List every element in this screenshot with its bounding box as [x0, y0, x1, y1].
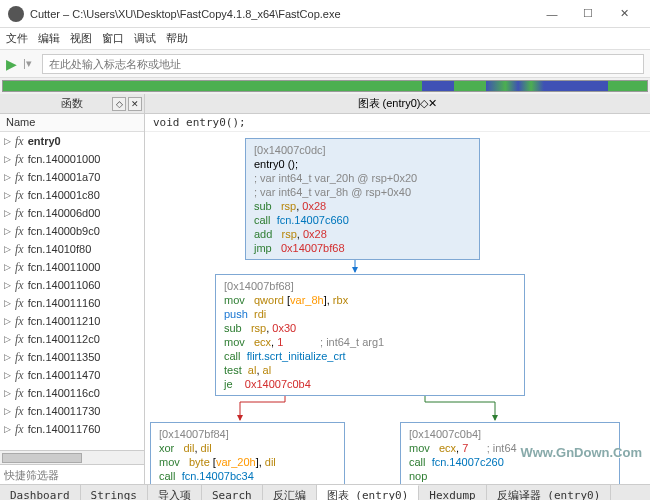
- function-item[interactable]: ▷fxfcn.140011730: [0, 402, 144, 420]
- functions-panel: 函数 ◇✕ Name ▷fxentry0▷fxfcn.140001000▷fxf…: [0, 94, 145, 484]
- play-icon[interactable]: ▶: [6, 56, 17, 72]
- function-item[interactable]: ▷fxfcn.1400112c0: [0, 330, 144, 348]
- function-item[interactable]: ▷fxfcn.1400116c0: [0, 384, 144, 402]
- function-item[interactable]: ▷fxfcn.140011350: [0, 348, 144, 366]
- menu-item[interactable]: 编辑: [38, 31, 60, 46]
- menu-bar: 文件编辑视图窗口调试帮助: [0, 28, 650, 50]
- tab[interactable]: Dashboard: [0, 485, 81, 500]
- tab[interactable]: 反汇编: [263, 485, 317, 500]
- name-column-header[interactable]: Name: [0, 114, 144, 132]
- function-item[interactable]: ▷fxfcn.140011060: [0, 276, 144, 294]
- function-item[interactable]: ▷fxfcn.140001a70: [0, 168, 144, 186]
- menu-item[interactable]: 视图: [70, 31, 92, 46]
- app-icon: [8, 6, 24, 22]
- scrollbar-horizontal[interactable]: [0, 450, 144, 464]
- functions-header: 函数 ◇✕: [0, 94, 144, 114]
- minimize-button[interactable]: —: [534, 0, 570, 28]
- watermark: Www.GnDown.Com: [520, 445, 642, 460]
- tab[interactable]: 图表 (entry0): [317, 485, 420, 501]
- menu-item[interactable]: 文件: [6, 31, 28, 46]
- graph-panel: 图表 (entry0) ◇✕ void entry0(); [0x14007c0…: [145, 94, 650, 484]
- function-item[interactable]: ▷fxfcn.140011760: [0, 420, 144, 438]
- function-item[interactable]: ▷fxfcn.140011160: [0, 294, 144, 312]
- graph-node[interactable]: [0x14007c0dc]entry0 ();; var int64_t var…: [245, 138, 480, 260]
- filter-input[interactable]: [0, 465, 144, 484]
- undock-icon[interactable]: ◇: [112, 97, 126, 111]
- window-title: Cutter – C:\Users\XU\Desktop\FastCopy4.1…: [30, 8, 534, 20]
- function-item[interactable]: ▷fxfcn.140011210: [0, 312, 144, 330]
- menu-item[interactable]: 帮助: [166, 31, 188, 46]
- function-item[interactable]: ▷fxfcn.14000b9c0: [0, 222, 144, 240]
- function-item[interactable]: ▷fxfcn.140011000: [0, 258, 144, 276]
- function-item[interactable]: ▷fxentry0: [0, 132, 144, 150]
- function-signature: void entry0();: [145, 114, 650, 132]
- tab[interactable]: 导入项: [148, 485, 202, 500]
- tab[interactable]: Hexdump: [419, 485, 486, 500]
- title-bar: Cutter – C:\Users\XU\Desktop\FastCopy4.1…: [0, 0, 650, 28]
- menu-item[interactable]: 窗口: [102, 31, 124, 46]
- section-bar[interactable]: [2, 80, 648, 92]
- function-item[interactable]: ▷fxfcn.140001c80: [0, 186, 144, 204]
- tab[interactable]: 反编译器 (entry0): [487, 485, 612, 500]
- function-item[interactable]: ▷fxfcn.14010f80: [0, 240, 144, 258]
- function-item[interactable]: ▷fxfcn.140011470: [0, 366, 144, 384]
- close-panel-icon[interactable]: ✕: [128, 97, 142, 111]
- graph-node[interactable]: [0x14007bf68]mov qword [var_8h], rbxpush…: [215, 274, 525, 396]
- function-item[interactable]: ▷fxfcn.140001000: [0, 150, 144, 168]
- search-input[interactable]: [42, 54, 644, 74]
- function-item[interactable]: ▷fxfcn.140006d00: [0, 204, 144, 222]
- tab[interactable]: Search: [202, 485, 263, 500]
- menu-item[interactable]: 调试: [134, 31, 156, 46]
- graph-node[interactable]: [0x14007bf84]xor dil, dilmov byte [var_2…: [150, 422, 345, 484]
- graph-header: 图表 (entry0) ◇✕: [145, 94, 650, 114]
- separator: |▾: [23, 57, 32, 70]
- graph-canvas[interactable]: [0x14007c0dc]entry0 ();; var int64_t var…: [145, 132, 650, 484]
- bottom-tabs: DashboardStrings导入项Search反汇编图表 (entry0)H…: [0, 484, 650, 500]
- maximize-button[interactable]: ☐: [570, 0, 606, 28]
- tab[interactable]: Strings: [81, 485, 148, 500]
- toolbar: ▶ |▾: [0, 50, 650, 78]
- close-panel-icon[interactable]: ✕: [428, 97, 437, 109]
- close-button[interactable]: ✕: [606, 0, 642, 28]
- function-list[interactable]: ▷fxentry0▷fxfcn.140001000▷fxfcn.140001a7…: [0, 132, 144, 450]
